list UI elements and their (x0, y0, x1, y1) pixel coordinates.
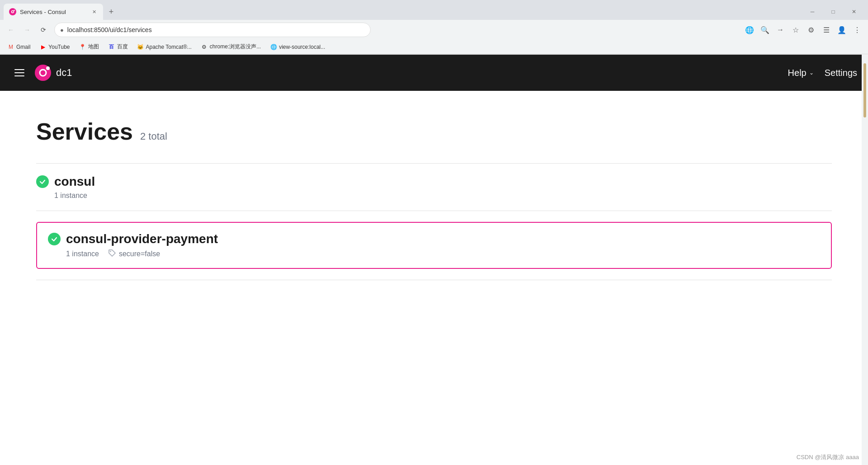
app-wrapper: dc1 Help ⌄ Settings Services 2 total (0, 55, 868, 465)
lock-icon: ● (60, 27, 64, 33)
reload-button[interactable]: ⟳ (36, 23, 51, 37)
service-item-consul[interactable]: consul 1 instance (36, 164, 832, 211)
baidu-favicon: 百 (108, 43, 115, 51)
service-list: consul 1 instance consul-provider-pa (36, 164, 832, 280)
payment-status-icon (48, 233, 61, 245)
bookmark-youtube[interactable]: ▶ YouTube (36, 42, 73, 52)
gmail-favicon: M (7, 43, 14, 51)
forward-button[interactable]: → (20, 23, 34, 37)
browser-chrome: Services - Consul ✕ + ─ □ ✕ ← → ⟳ ● loca… (0, 0, 868, 55)
hamburger-line-1 (14, 69, 24, 70)
consul-service-name: consul (54, 174, 95, 189)
chrome-favicon: ⚙ (201, 43, 208, 51)
total-count: 2 total (140, 131, 167, 142)
csdn-watermark: CSDN @清风微凉 aaaa (797, 453, 859, 461)
bookmark-maps[interactable]: 📍 地图 (75, 42, 103, 52)
new-tab-button[interactable]: + (105, 5, 118, 18)
back-button[interactable]: ← (4, 23, 18, 37)
consul-service-meta: 1 instance (36, 192, 832, 200)
translate-button[interactable]: 🌐 (742, 23, 757, 37)
settings-label: Settings (825, 68, 857, 78)
bookmark-youtube-label: YouTube (48, 44, 70, 50)
maps-favicon: 📍 (79, 43, 86, 51)
bookmark-chrome-label: chrome:浏览器没声... (210, 43, 261, 51)
page-title: Services (36, 118, 133, 145)
maximize-button[interactable]: □ (823, 2, 844, 22)
bookmark-gmail-label: Gmail (16, 44, 30, 50)
bookmark-maps-label: 地图 (88, 43, 99, 51)
tag-icon (108, 249, 116, 259)
tag-value: secure=false (119, 250, 160, 258)
bookmark-button[interactable]: ☆ (788, 23, 803, 37)
payment-service-meta: 1 instance secure=false (48, 249, 820, 259)
tab-close-button[interactable]: ✕ (90, 8, 98, 15)
page-header: Services 2 total (36, 118, 832, 145)
hamburger-line-2 (14, 72, 24, 73)
svg-point-2 (14, 10, 14, 11)
bookmark-view-source-label: view-source:local... (279, 44, 325, 50)
datacenter-label: dc1 (56, 67, 72, 79)
bookmark-baidu[interactable]: 百 百度 (104, 42, 132, 52)
sidebar-button[interactable]: ☰ (819, 23, 834, 37)
bookmark-chrome-settings[interactable]: ⚙ chrome:浏览器没声... (197, 42, 264, 52)
svg-point-5 (46, 66, 50, 70)
zoom-button[interactable]: 🔍 (758, 23, 772, 37)
service-card-selected[interactable]: consul-provider-payment 1 instance (36, 222, 832, 269)
hamburger-line-3 (14, 75, 24, 76)
minimize-button[interactable]: ─ (802, 2, 823, 22)
tomcat-favicon: 🐱 (137, 43, 144, 51)
hamburger-menu-button[interactable] (11, 66, 28, 80)
tab-favicon (9, 8, 16, 15)
consul-header: dc1 Help ⌄ Settings (0, 55, 868, 91)
consul-status-icon (36, 175, 49, 188)
main-content: Services 2 total consul 1 instance (0, 91, 868, 298)
url-text: localhost:8500/ui/dc1/services (67, 26, 365, 33)
consul-logo (33, 63, 52, 82)
tab-bar: Services - Consul ✕ + ─ □ ✕ (0, 0, 868, 20)
help-chevron-icon: ⌄ (809, 70, 814, 76)
help-label: Help (788, 68, 807, 78)
scrollbar-thumb[interactable] (863, 63, 866, 117)
consul-instance-count: 1 instance (54, 192, 87, 200)
settings-button[interactable]: Settings (825, 68, 857, 78)
svg-point-0 (10, 9, 15, 14)
svg-point-6 (110, 251, 111, 252)
bookmark-gmail[interactable]: M Gmail (4, 42, 34, 52)
bookmark-tomcat-label: Apache Tomcat®... (146, 44, 192, 50)
bookmark-tomcat[interactable]: 🐱 Apache Tomcat®... (133, 42, 195, 52)
service-consul-header: consul (36, 174, 832, 189)
header-right: Help ⌄ Settings (788, 68, 857, 78)
consul-logo-icon (33, 63, 52, 82)
toolbar-actions: 🌐 🔍 → ☆ ⚙ ☰ 👤 ⋮ (742, 23, 864, 37)
help-button[interactable]: Help ⌄ (788, 68, 814, 78)
payment-service-name: consul-provider-payment (66, 232, 218, 246)
scrollbar-area (862, 54, 868, 465)
window-controls: ─ □ ✕ (802, 2, 864, 22)
address-bar-row: ← → ⟳ ● localhost:8500/ui/dc1/services 🌐… (0, 20, 868, 40)
tab-title: Services - Consul (20, 9, 87, 15)
menu-button[interactable]: ⋮ (850, 23, 864, 37)
profile-button[interactable]: 👤 (835, 23, 849, 37)
payment-tag-item: secure=false (108, 249, 160, 259)
share-button[interactable]: → (773, 23, 788, 37)
address-bar[interactable]: ● localhost:8500/ui/dc1/services (54, 23, 371, 37)
bookmarks-bar: M Gmail ▶ YouTube 📍 地图 百 百度 🐱 Apache Tom… (0, 40, 868, 54)
active-tab[interactable]: Services - Consul ✕ (4, 4, 103, 20)
view-source-favicon: 🌐 (270, 43, 277, 51)
payment-instance-count: 1 instance (66, 250, 99, 258)
service-item-payment[interactable]: consul-provider-payment 1 instance (36, 211, 832, 280)
extensions-button[interactable]: ⚙ (804, 23, 818, 37)
close-button[interactable]: ✕ (844, 2, 864, 22)
bookmark-view-source[interactable]: 🌐 view-source:local... (266, 42, 329, 52)
bookmark-baidu-label: 百度 (117, 43, 128, 51)
youtube-favicon: ▶ (39, 43, 47, 51)
payment-service-header: consul-provider-payment (48, 232, 820, 246)
